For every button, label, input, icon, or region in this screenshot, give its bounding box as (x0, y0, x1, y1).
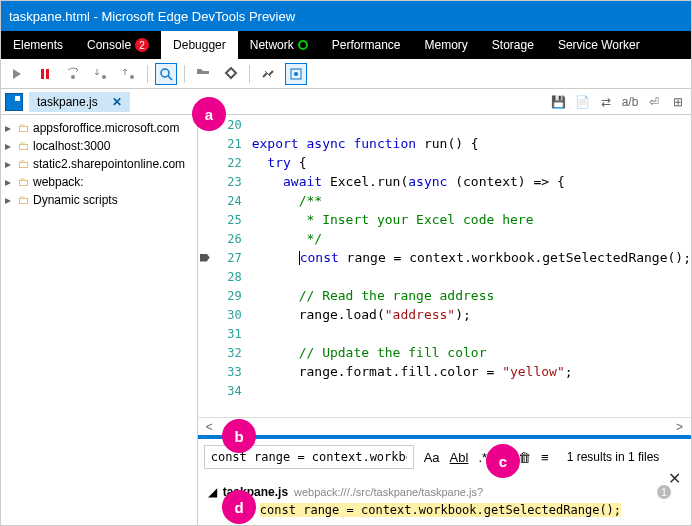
tab-performance[interactable]: Performance (320, 31, 413, 59)
refresh-search-button[interactable]: ↻ (495, 449, 510, 466)
line-number[interactable]: 20 (198, 118, 252, 132)
word-wrap-icon[interactable]: ⏎ (645, 93, 663, 111)
code-line[interactable]: 28 (198, 267, 691, 286)
file-tab-strip: taskpane.js ✕ 💾 📄 ⇄ a/b ⏎ ⊞ (1, 89, 691, 115)
continue-button[interactable] (7, 64, 27, 84)
expand-arrow-icon: ▸ (5, 157, 15, 171)
regex-button[interactable]: .* (476, 449, 489, 466)
search-input[interactable] (204, 445, 414, 469)
code-line[interactable]: 26 */ (198, 229, 691, 248)
code-line[interactable]: 33 range.format.fill.color = "yellow"; (198, 362, 691, 381)
line-number[interactable]: 29 (198, 289, 252, 303)
search-result-file[interactable]: ◢ taskpane.js webpack:///./src/taskpane/… (208, 485, 681, 499)
code-line[interactable]: 21export async function run() { (198, 134, 691, 153)
line-number[interactable]: 28 (198, 270, 252, 284)
tree-item-label: appsforoffice.microsoft.com (33, 121, 180, 135)
svg-point-4 (130, 75, 134, 79)
code-line[interactable]: 32 // Update the fill color (198, 343, 691, 362)
code-line[interactable]: 23 await Excel.run(async (context) => { (198, 172, 691, 191)
svg-point-9 (294, 72, 298, 76)
step-over-button[interactable] (91, 64, 111, 84)
scroll-right-icon[interactable]: > (676, 420, 683, 434)
line-number[interactable]: 22 (198, 156, 252, 170)
code-text: */ (252, 231, 322, 246)
breakpoints-button[interactable] (221, 64, 241, 84)
tree-item[interactable]: ▸🗀appsforoffice.microsoft.com (3, 119, 195, 137)
folder-icon: 🗀 (18, 175, 30, 189)
debugger-toolbar (1, 59, 691, 89)
code-line[interactable]: 27 const range = context.workbook.getSel… (198, 248, 691, 267)
tree-item[interactable]: ▸🗀localhost:3000 (3, 137, 195, 155)
line-number[interactable]: 23 (198, 175, 252, 189)
search-panel: Aa Abl .* ↻ 🗑 ≡ 1 results in 1 files ✕ ◢… (198, 435, 691, 525)
file-picker-icon[interactable] (5, 93, 23, 111)
editor-right-tools: 💾 📄 ⇄ a/b ⏎ ⊞ (549, 93, 687, 111)
line-number[interactable]: 25 (198, 213, 252, 227)
tab-debugger[interactable]: Debugger (161, 31, 238, 59)
code-text: * Insert your Excel code here (252, 212, 534, 227)
tab-memory[interactable]: Memory (413, 31, 480, 59)
break-on-exception-button[interactable] (193, 64, 213, 84)
close-file-button[interactable]: ✕ (112, 95, 122, 109)
line-number[interactable]: 33 (198, 365, 252, 379)
line-number[interactable]: 24 (198, 194, 252, 208)
line-number[interactable]: 26 (198, 232, 252, 246)
code-line[interactable]: 29 // Read the range address (198, 286, 691, 305)
find-button[interactable] (156, 64, 176, 84)
breakpoint-marker[interactable] (200, 254, 210, 262)
tab-storage[interactable]: Storage (480, 31, 546, 59)
collapse-results-button[interactable]: ≡ (539, 449, 551, 466)
folder-icon: 🗀 (18, 139, 30, 153)
devtools-tabs: Elements Console 2 Debugger Network Perf… (1, 31, 691, 59)
step-into-button[interactable] (63, 64, 83, 84)
line-number[interactable]: 34 (198, 384, 252, 398)
expand-arrow-icon: ▸ (5, 121, 15, 135)
line-number[interactable]: 27 (198, 251, 252, 265)
tab-service-workers[interactable]: Service Worker (546, 31, 652, 59)
tree-item[interactable]: ▸🗀static2.sharepointonline.com (3, 155, 195, 173)
tab-console[interactable]: Console 2 (75, 31, 161, 59)
line-number[interactable]: 21 (198, 137, 252, 151)
match-whole-word-button[interactable]: Abl (448, 449, 471, 466)
tab-network[interactable]: Network (238, 31, 320, 59)
step-out-button[interactable] (119, 64, 139, 84)
file-tab-taskpane[interactable]: taskpane.js ✕ (29, 92, 130, 112)
pretty-print-icon[interactable]: a/b (621, 93, 639, 111)
tree-item[interactable]: ▸🗀Dynamic scripts (3, 191, 195, 209)
code-line[interactable]: 34 (198, 381, 691, 400)
svg-marker-7 (226, 68, 236, 78)
clear-search-button[interactable]: 🗑 (516, 449, 533, 466)
code-text: // Read the range address (252, 288, 495, 303)
pause-button[interactable] (35, 64, 55, 84)
compare-icon[interactable]: ⇄ (597, 93, 615, 111)
tab-elements[interactable]: Elements (1, 31, 75, 59)
line-number[interactable]: 31 (198, 327, 252, 341)
code-text: export async function run() { (252, 136, 479, 151)
save-icon[interactable]: 💾 (549, 93, 567, 111)
network-recording-icon (298, 40, 308, 50)
disconnect-button[interactable] (258, 64, 278, 84)
tree-item[interactable]: ▸🗀webpack: (3, 173, 195, 191)
line-number[interactable]: 30 (198, 308, 252, 322)
code-line[interactable]: 20 (198, 115, 691, 134)
code-editor[interactable]: 2021export async function run() {22 try … (198, 115, 691, 417)
window-title: taskpane.html - Microsoft Edge DevTools … (9, 9, 295, 24)
code-line[interactable]: 24 /** (198, 191, 691, 210)
code-line[interactable]: 22 try { (198, 153, 691, 172)
save-all-icon[interactable]: 📄 (573, 93, 591, 111)
line-number[interactable]: 32 (198, 346, 252, 360)
code-text: try { (252, 155, 307, 170)
search-result-line[interactable]: (27) const range = context.workbook.getS… (208, 503, 681, 517)
match-case-button[interactable]: Aa (422, 449, 442, 466)
code-line[interactable]: 25 * Insert your Excel code here (198, 210, 691, 229)
console-error-badge: 2 (135, 38, 149, 52)
svg-line-6 (168, 76, 172, 80)
code-line[interactable]: 31 (198, 324, 691, 343)
close-search-button[interactable]: ✕ (668, 469, 681, 488)
dom-breakpoint-button[interactable] (286, 64, 306, 84)
code-line[interactable]: 30 range.load("address"); (198, 305, 691, 324)
scroll-left-icon[interactable]: < (206, 420, 213, 434)
horizontal-scrollbar[interactable]: < > (198, 417, 691, 435)
options-icon[interactable]: ⊞ (669, 93, 687, 111)
code-text: range.format.fill.color = "yellow"; (252, 364, 573, 379)
